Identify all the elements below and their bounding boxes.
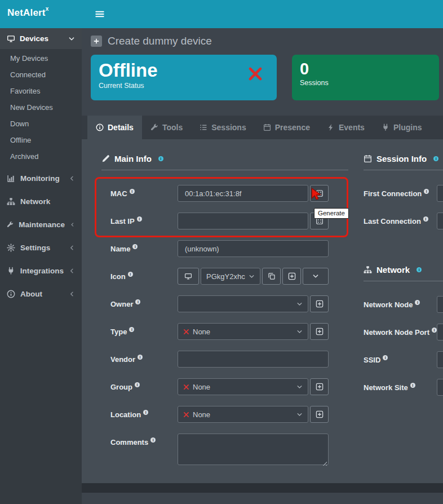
sidebar-item-label: Settings (20, 244, 50, 252)
sidebar-item-offline[interactable]: Offline (0, 132, 82, 148)
location-select[interactable]: None (178, 406, 308, 423)
sidebar-item-favorites[interactable]: Favorites (0, 83, 82, 99)
vendor-label: Vendor (110, 351, 178, 364)
copy-icon (268, 272, 276, 280)
sidebar-item-label: Integrations (20, 267, 64, 275)
network-node-port-input[interactable] (437, 324, 443, 341)
wrench-icon (7, 220, 14, 229)
tools-icon (150, 123, 158, 131)
owner-select[interactable] (178, 295, 308, 312)
vendor-input[interactable] (178, 351, 329, 368)
red-x-icon (183, 412, 189, 418)
copy-icon-button[interactable] (262, 268, 281, 285)
sidebar-item-devices[interactable]: Devices (0, 28, 82, 49)
icon-dropdown-button[interactable] (303, 268, 329, 285)
info-icon (415, 300, 420, 305)
sidebar-item-down[interactable]: Down (0, 116, 82, 132)
chevron-left-icon (69, 268, 75, 274)
plus-square-icon (316, 328, 324, 335)
tab-tools[interactable]: Tools (142, 116, 191, 139)
status-cards: Offline Current Status 0 Sessions (82, 54, 443, 100)
icon-preview-button[interactable] (178, 268, 199, 285)
add-location-button[interactable] (310, 406, 329, 423)
info-icon (410, 383, 415, 388)
brand-name: NetAlert (7, 7, 46, 19)
owner-label: Owner (110, 295, 178, 308)
icon-select[interactable]: PGkgY2xhc3M (201, 268, 260, 285)
tab-plugins[interactable]: Plugins (373, 116, 431, 139)
type-select[interactable]: None (178, 323, 308, 340)
group-select[interactable]: None (178, 378, 308, 395)
sessions-label: Sessions (300, 79, 431, 87)
sidebar-item-integrations[interactable]: Integrations (0, 259, 82, 282)
tab-events[interactable]: Events (318, 116, 373, 139)
hamburger-menu-icon[interactable] (95, 9, 105, 19)
dice-icon (316, 189, 324, 197)
add-group-button[interactable] (310, 378, 329, 395)
sidebar-item-my-devices[interactable]: My Devices (0, 50, 82, 67)
last-connection-input[interactable] (437, 213, 443, 229)
status-value: Offline (99, 60, 269, 81)
sidebar-item-label: Network (20, 197, 50, 206)
plus-square-icon (288, 272, 296, 280)
mac-input[interactable] (178, 185, 308, 202)
tab-details[interactable]: Details (87, 116, 142, 139)
section-title: Session Info (376, 154, 427, 163)
sidebar-item-connected[interactable]: Connected (0, 67, 82, 83)
generate-ip-button[interactable] (310, 213, 329, 229)
last-ip-input[interactable] (178, 213, 308, 229)
field-row-first-connection: First Connection (364, 185, 443, 202)
page-header: Create dummy device (82, 28, 443, 54)
tab-label: Sessions (211, 123, 246, 132)
sidebar-item-new-devices[interactable]: New Devices (0, 99, 82, 116)
gear-icon (7, 244, 15, 252)
plus-square-icon (316, 300, 324, 308)
sidebar-item-monitoring[interactable]: Monitoring (0, 167, 82, 190)
mac-label: MAC (110, 185, 178, 198)
info-icon (135, 382, 140, 387)
chevron-down-icon (296, 301, 303, 307)
network-node-input[interactable] (437, 296, 443, 313)
ssid-input[interactable] (437, 351, 443, 368)
sidebar-item-network[interactable]: Network (0, 190, 82, 213)
add-owner-button[interactable] (310, 295, 329, 312)
sidebar-item-label: Devices (20, 34, 48, 43)
first-connection-label: First Connection (364, 185, 437, 200)
chevron-down-icon (312, 273, 319, 280)
generate-mac-button[interactable] (310, 185, 329, 202)
field-row-network-node: Network Node (364, 296, 443, 313)
comments-textarea[interactable] (178, 434, 329, 465)
tab-presence[interactable]: Presence (255, 116, 318, 139)
field-row-mac: MAC (101, 185, 348, 202)
brand-sup: x (46, 6, 49, 12)
pencil-icon (101, 154, 110, 163)
section-session-info: Session Info (364, 153, 443, 164)
network-site-input[interactable] (437, 379, 443, 396)
info-icon (158, 156, 163, 161)
main-info-column: Main Info MAC Last IP (101, 153, 348, 478)
sidebar-item-archived[interactable]: Archived (0, 148, 82, 165)
sidebar-item-settings[interactable]: Settings (0, 236, 82, 259)
info-icon (433, 156, 438, 161)
tab-sessions[interactable]: Sessions (191, 116, 254, 139)
network-node-port-label: Network Node Port (364, 324, 437, 338)
info-icon (128, 272, 133, 277)
sitemap-icon (7, 197, 15, 206)
add-icon-button[interactable] (282, 268, 301, 285)
name-input[interactable] (178, 240, 329, 257)
brand-logo[interactable]: NetAlertx (0, 0, 82, 28)
calendar-icon (364, 154, 372, 163)
section-main-info: Main Info (101, 153, 348, 164)
field-row-last-connection: Last Connection (364, 213, 443, 229)
sidebar-item-about[interactable]: About (0, 282, 82, 306)
info-icon (143, 410, 148, 415)
calendar-icon (263, 123, 271, 131)
chevron-down-icon (296, 329, 303, 335)
first-connection-input[interactable] (437, 185, 443, 202)
info-icon (150, 437, 156, 443)
location-select-value: None (193, 410, 210, 419)
add-type-button[interactable] (310, 323, 329, 340)
sidebar-item-maintenance[interactable]: Maintenance (0, 213, 82, 236)
info-icon (383, 355, 388, 360)
field-row-network-site: Network Site (364, 379, 443, 396)
